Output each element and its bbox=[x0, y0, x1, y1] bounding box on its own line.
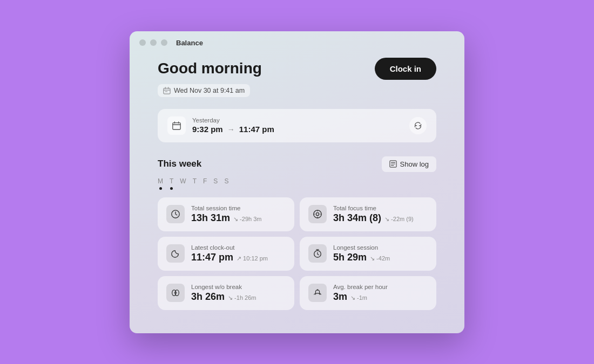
stat-icon-avgbreak bbox=[308, 284, 327, 302]
stat-avgbreak-value: 3m bbox=[333, 291, 347, 303]
day-dot-friday bbox=[204, 187, 206, 190]
stat-clockout-label: Latest clock-out bbox=[191, 244, 268, 251]
stat-session-main: 13h 31m ↘ -29h 3m bbox=[191, 212, 261, 224]
stat-longest-session: Longest session 5h 29m ↘ -42m bbox=[300, 237, 436, 271]
svg-point-2 bbox=[166, 91, 167, 92]
stat-longest-info: Longest session 5h 29m ↘ -42m bbox=[333, 244, 390, 263]
stat-longest-main: 5h 29m ↘ -42m bbox=[333, 252, 390, 263]
refresh-button[interactable] bbox=[409, 117, 427, 134]
day-dot-saturday bbox=[214, 187, 217, 190]
week-section-header: This week Show log bbox=[158, 156, 436, 172]
clock-icon bbox=[171, 209, 180, 219]
greeting-text: Good morning bbox=[158, 60, 262, 77]
day-wednesday: W bbox=[180, 177, 186, 190]
yesterday-icon bbox=[167, 116, 186, 135]
stat-session-info: Total session time 13h 31m ↘ -29h 3m bbox=[191, 205, 261, 224]
week-title: This week bbox=[158, 159, 201, 169]
week-header-left: This week bbox=[158, 159, 201, 169]
stat-clockout-info: Latest clock-out 11:47 pm ↗ 10:12 pm bbox=[191, 244, 268, 263]
week-days: M T W T F S S bbox=[158, 177, 436, 190]
day-tuesday: T bbox=[170, 177, 173, 190]
break-icon bbox=[313, 288, 322, 298]
brain-icon bbox=[171, 288, 180, 298]
datetime-text: Wed Nov 30 at 9:41 am bbox=[174, 87, 245, 94]
stat-icon-session bbox=[166, 205, 185, 223]
day-monday: M bbox=[158, 177, 163, 190]
yesterday-end: 11:47 pm bbox=[239, 125, 274, 134]
stat-longest-label: Longest session bbox=[333, 244, 390, 251]
stat-clockout-delta: ↗ 10:12 pm bbox=[237, 255, 268, 262]
traffic-light-close[interactable] bbox=[139, 39, 146, 46]
clock-in-button[interactable]: Clock in bbox=[375, 58, 436, 80]
stat-icon-focus bbox=[308, 205, 327, 223]
day-dot-wednesday bbox=[182, 187, 185, 190]
stat-focus-info: Total focus time 3h 34m (8) ↘ -22m (9) bbox=[333, 205, 414, 224]
traffic-light-max[interactable] bbox=[161, 39, 167, 46]
day-dot-sunday bbox=[225, 187, 228, 190]
title-bar: Balance bbox=[130, 31, 464, 52]
stat-avg-break: Avg. break per hour 3m ↘ -1m bbox=[300, 276, 436, 310]
arrow-icon: → bbox=[227, 125, 235, 134]
datetime-badge: Wed Nov 30 at 9:41 am bbox=[158, 84, 250, 97]
yesterday-start: 9:32 pm bbox=[192, 125, 223, 134]
stat-nobreak-label: Longest w/o break bbox=[191, 284, 256, 290]
schedule-icon bbox=[172, 121, 181, 131]
stat-total-focus: Total focus time 3h 34m (8) ↘ -22m (9) bbox=[300, 197, 436, 231]
stat-icon-longest bbox=[308, 244, 327, 263]
stat-total-session: Total session time 13h 31m ↘ -29h 3m bbox=[158, 197, 294, 231]
day-sunday: S bbox=[224, 177, 228, 190]
stats-grid: Total session time 13h 31m ↘ -29h 3m bbox=[158, 197, 436, 310]
stat-focus-main: 3h 34m (8) ↘ -22m (9) bbox=[333, 212, 414, 224]
stat-avgbreak-info: Avg. break per hour 3m ↘ -1m bbox=[333, 284, 388, 303]
day-friday: F bbox=[203, 177, 207, 190]
svg-point-7 bbox=[316, 212, 319, 215]
focus-clock-icon bbox=[313, 209, 322, 219]
yesterday-label: Yesterday bbox=[192, 117, 274, 123]
stat-clockout-value: 11:47 pm bbox=[191, 252, 233, 263]
stat-focus-delta: ↘ -22m (9) bbox=[384, 216, 414, 223]
day-thursday: T bbox=[193, 177, 197, 190]
stat-latest-clock-out: Latest clock-out 11:47 pm ↗ 10:12 pm bbox=[158, 237, 294, 271]
greeting-row: Good morning Clock in bbox=[158, 58, 436, 80]
svg-rect-3 bbox=[173, 122, 180, 129]
stat-session-label: Total session time bbox=[191, 205, 261, 211]
refresh-icon bbox=[414, 121, 422, 130]
stat-nobreak-main: 3h 26m ↘ -1h 26m bbox=[191, 291, 256, 303]
stat-icon-nobreak bbox=[166, 284, 185, 302]
traffic-light-min[interactable] bbox=[150, 39, 157, 46]
yesterday-time: 9:32 pm → 11:47 pm bbox=[192, 125, 274, 134]
stat-longest-delta: ↘ -42m bbox=[370, 255, 390, 262]
app-title: Balance bbox=[176, 39, 203, 47]
stat-avgbreak-delta: ↘ -1m bbox=[350, 294, 367, 301]
log-icon bbox=[389, 160, 397, 168]
stat-session-value: 13h 31m bbox=[191, 212, 230, 224]
show-log-button[interactable]: Show log bbox=[382, 156, 436, 172]
day-dot-tuesday bbox=[170, 187, 173, 190]
timer-icon bbox=[313, 249, 322, 258]
stat-focus-label: Total focus time bbox=[333, 205, 414, 211]
stat-session-delta: ↘ -29h 3m bbox=[233, 216, 261, 223]
yesterday-info: Yesterday 9:32 pm → 11:47 pm bbox=[192, 117, 274, 134]
moon-icon bbox=[171, 249, 180, 258]
main-content: Good morning Clock in Wed Nov 30 at 9:41… bbox=[130, 52, 464, 326]
stat-icon-clockout bbox=[166, 244, 185, 263]
stat-longest-no-break: Longest w/o break 3h 26m ↘ -1h 26m bbox=[158, 276, 294, 310]
stat-focus-value: 3h 34m (8) bbox=[333, 212, 381, 224]
app-window: Balance Good morning Clock in Wed Nov 30… bbox=[130, 31, 464, 333]
stat-longest-value: 5h 29m bbox=[333, 252, 367, 263]
stat-nobreak-value: 3h 26m bbox=[191, 291, 225, 303]
yesterday-card: Yesterday 9:32 pm → 11:47 pm bbox=[158, 109, 436, 142]
stat-nobreak-delta: ↘ -1h 26m bbox=[228, 294, 256, 301]
day-dot-monday bbox=[159, 187, 162, 190]
show-log-label: Show log bbox=[400, 160, 429, 168]
day-saturday: S bbox=[213, 177, 218, 190]
day-dot-thursday bbox=[193, 187, 196, 190]
svg-point-1 bbox=[165, 91, 166, 92]
stat-clockout-main: 11:47 pm ↗ 10:12 pm bbox=[191, 252, 268, 263]
stat-avgbreak-main: 3m ↘ -1m bbox=[333, 291, 388, 303]
stat-nobreak-info: Longest w/o break 3h 26m ↘ -1h 26m bbox=[191, 284, 256, 303]
yesterday-left: Yesterday 9:32 pm → 11:47 pm bbox=[167, 116, 274, 135]
stat-avgbreak-label: Avg. break per hour bbox=[333, 284, 388, 290]
calendar-icon bbox=[163, 87, 171, 94]
